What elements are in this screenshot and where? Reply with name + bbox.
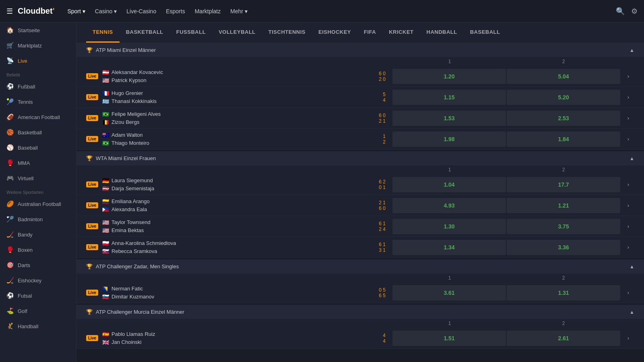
odds-cols: 3.61 1.31 [392,285,621,300]
sidebar-item-startseite[interactable]: 🏠 Startseite [0,23,76,38]
match-row: Live 🇦🇹Aleksandar Kovacevic 🇺🇸Patrick Ky… [76,66,644,87]
sidebar-item-darts[interactable]: 🎯 Darts [0,257,76,273]
odds-btn-1[interactable]: 3.61 [392,285,506,300]
tab-handball[interactable]: HANDBALL [420,23,464,43]
more-markets-btn[interactable]: › [622,331,634,346]
odds-btn-2[interactable]: 1.21 [507,198,620,213]
odds-cols: 1.20 5.04 [392,69,621,84]
tab-fussball[interactable]: FUSSBALL [170,23,212,43]
nav-marktplatz[interactable]: Marktplatz [195,8,221,14]
tournament-header-atp-miami-men[interactable]: 🏆 ATP Miami Einzel Männer ▲ [76,43,644,57]
more-markets-btn[interactable]: › [622,90,634,105]
sidebar-item-badminton[interactable]: 🏸 Badminton [0,212,76,227]
sidebar-item-bandy[interactable]: 🏒 Bandy [0,227,76,242]
odds-btn-1[interactable]: 1.15 [392,90,506,105]
odds-btn-2[interactable]: 3.36 [507,240,620,255]
odds-btn-2[interactable]: 3.75 [507,219,620,234]
more-markets-btn[interactable]: › [622,111,634,126]
settings-icon[interactable]: ⚙ [631,7,638,16]
odds-btn-1[interactable]: 1.30 [392,219,506,234]
score: 6 1 [369,242,386,247]
sidebar-label-virtuell: Virtuell [18,175,34,181]
sidebar-item-golf[interactable]: ⛳ Golf [0,303,76,319]
tab-tennis[interactable]: TENNIS [86,23,120,43]
score: 2 0 [369,76,386,82]
more-markets-btn[interactable]: › [622,69,634,84]
team-name: Darja Semenistaja [111,185,154,191]
tab-fifa[interactable]: FIFA [357,23,382,43]
sidebar-item-mma[interactable]: 🥊 MMA [0,155,76,171]
sidebar-item-australian-football[interactable]: 🏉 Australian Football [0,196,76,212]
tab-eishockey[interactable]: EISHOCKEY [312,23,357,43]
sidebar-item-marktplatz[interactable]: 🛒 Marktplatz [0,38,76,53]
tab-kricket[interactable]: KRICKET [382,23,420,43]
search-icon[interactable]: 🔍 [616,7,625,16]
tournament-header-atp-zadar[interactable]: 🏆 ATP Challenger Zadar, Men Singles ▲ [76,259,644,274]
team-name: Nerman Fatic [111,286,143,292]
odds-btn-1[interactable]: 1.53 [392,111,506,126]
team-name: Thanasi Kokkinakis [111,98,157,104]
sidebar-item-basketball[interactable]: 🏀 Basketball [0,125,76,140]
odds-btn-2[interactable]: 5.20 [507,90,620,105]
odds-btn-2[interactable]: 2.53 [507,111,620,126]
live-icon: 📡 [6,57,14,64]
logo: Cloudbet' [18,6,54,16]
flag: 🇵🇭 [102,206,109,213]
odds-btn-2[interactable]: 2.61 [507,331,620,346]
live-badge: Live [86,73,98,79]
nav-right: 🔍 ⚙ [616,7,638,16]
sidebar-label-badminton: Badminton [18,216,43,222]
sidebar-item-virtuell[interactable]: 🎮 Virtuell [0,171,76,186]
tab-baseball[interactable]: BASEBALL [464,23,507,43]
more-markets-btn[interactable]: › [622,285,634,300]
odds-btn-2[interactable]: 17.7 [507,177,620,192]
match-teams: 🇦🇹Aleksandar Kovacevic 🇺🇸Patrick Kypson [102,68,369,84]
sidebar-item-fussball[interactable]: ⚽ Fußball [0,79,76,94]
sidebar-item-american-football[interactable]: 🏈 American Football [0,109,76,125]
nav-mehr[interactable]: Mehr ▾ [230,8,248,14]
score: 0 5 [369,287,386,293]
tab-tischtennis[interactable]: TISCHTENNIS [262,23,312,43]
tournament-title-text: ATP Challenger Zadar, Men Singles [96,263,179,269]
sidebar-item-eishockey[interactable]: 🏒 Eishockey [0,273,76,288]
nav-esports[interactable]: Esports [166,8,185,14]
odds-btn-2[interactable]: 1.84 [507,132,620,147]
sidebar-label-eishockey: Eishockey [18,278,41,284]
odds-btn-1[interactable]: 1.04 [392,177,506,192]
flag: 🇫🇷 [102,90,109,97]
odds-btn-1[interactable]: 1.98 [392,132,506,147]
nav-live-casino[interactable]: Live-Casino [126,8,156,14]
odds-btn-2[interactable]: 5.04 [507,69,620,84]
more-markets-btn[interactable]: › [622,219,634,234]
sidebar-item-boxen[interactable]: 🥊 Boxen [0,242,76,257]
more-markets-btn[interactable]: › [622,240,634,255]
tab-volleyball[interactable]: VOLLEYBALL [212,23,262,43]
sidebar-item-tennis[interactable]: 🎾 Tennis [0,94,76,109]
score: 2 1 [369,200,386,206]
sidebar-label-handball: Handball [18,323,38,329]
nav-sport[interactable]: Sport ▾ [67,8,85,14]
tournament-header-wta-miami-women[interactable]: 🏆 WTA Miami Einzel Frauen ▲ [76,151,644,165]
odds-btn-2[interactable]: 1.31 [507,285,620,300]
baseball-icon: ⚾ [6,144,14,151]
sidebar-item-futsal[interactable]: ⚽ Futsal [0,288,76,303]
sidebar-item-live[interactable]: 📡 Live [0,53,76,68]
flag: 🇨🇴 [102,198,109,205]
collapse-icon: ▲ [630,264,634,269]
odds-btn-1[interactable]: 1.20 [392,69,506,84]
hamburger-icon[interactable]: ☰ [6,7,13,16]
more-markets-btn[interactable]: › [622,198,634,213]
more-markets-btn[interactable]: › [622,177,634,192]
nav-casino[interactable]: Casino ▾ [95,8,117,14]
odds-btn-1[interactable]: 1.34 [392,240,506,255]
badminton-icon: 🏸 [6,216,14,223]
more-markets-btn[interactable]: › [622,132,634,147]
tab-basketball[interactable]: BASKETBALL [120,23,170,43]
match-score: 6 2 0 1 [369,179,386,190]
match-score: 1 2 [369,134,386,145]
tournament-header-atp-murcia[interactable]: 🏆 ATP Challenger Murcia Einzel Männer ▲ [76,305,644,319]
odds-btn-1[interactable]: 4.93 [392,198,506,213]
sidebar-item-handball[interactable]: 🤾 Handball [0,319,76,334]
odds-btn-1[interactable]: 1.51 [392,331,506,346]
sidebar-item-baseball[interactable]: ⚾ Baseball [0,140,76,155]
